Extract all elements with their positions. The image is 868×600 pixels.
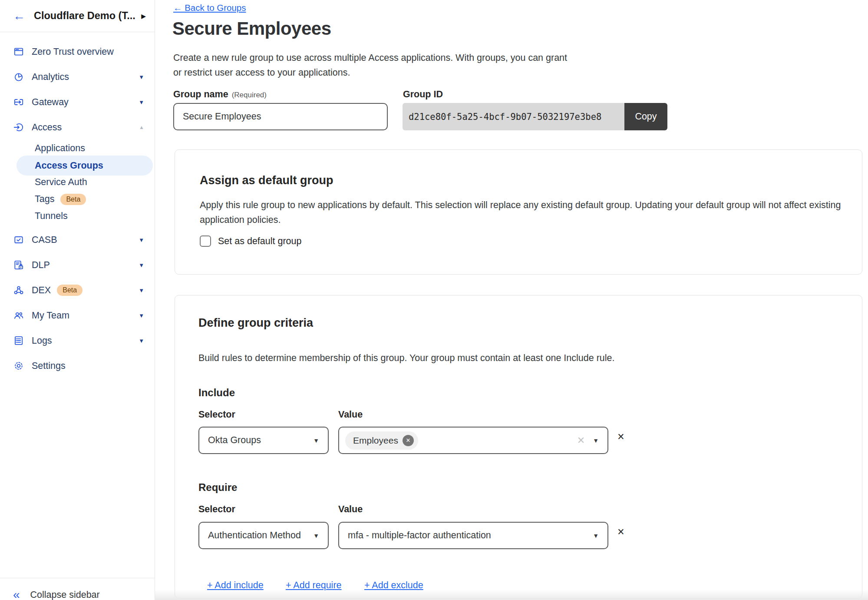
collapse-sidebar-button[interactable]: « Collapse sidebar <box>0 578 155 600</box>
analytics-icon <box>13 71 24 83</box>
back-to-groups-link[interactable]: ← Back to Groups <box>173 3 246 13</box>
gateway-icon <box>13 96 24 108</box>
sidebar-item-label: Access Groups <box>35 160 103 171</box>
settings-icon <box>13 360 24 371</box>
chevron-down-icon: ▼ <box>313 437 319 444</box>
chevron-down-icon: ▼ <box>313 532 319 539</box>
required-hint: (Required) <box>232 91 267 99</box>
chevron-down-icon[interactable]: ▼ <box>139 74 144 80</box>
chevron-down-icon[interactable]: ▼ <box>593 437 599 444</box>
sidebar-item-label: Logs <box>32 335 52 346</box>
require-value-label: Value <box>338 504 363 515</box>
page-description-line1: Create a new rule group to use across mu… <box>173 50 567 65</box>
sidebar-item-access-groups[interactable]: Access Groups <box>17 156 153 176</box>
sidebar-item-gateway[interactable]: Gateway ▼ <box>0 90 155 115</box>
group-name-label: Group name(Required) <box>173 89 267 100</box>
criteria-card-body: Build rules to determine membership of t… <box>198 351 615 365</box>
dlp-icon <box>13 259 24 271</box>
chip-remove-icon[interactable]: ✕ <box>403 435 414 446</box>
copy-button[interactable]: Copy <box>624 103 667 130</box>
chevron-down-icon[interactable]: ▼ <box>139 237 144 243</box>
require-selector-label: Selector <box>198 504 235 515</box>
sidebar-item-label: Applications <box>35 143 85 154</box>
sidebar-nav: Zero Trust overview Analytics ▼ Gateway … <box>0 32 155 378</box>
sidebar-item-my-team[interactable]: My Team ▼ <box>0 303 155 328</box>
zero-trust-dashboard: ← Cloudflare Demo (T... ▶ Zero Trust ove… <box>0 0 868 600</box>
chevron-down-icon[interactable]: ▼ <box>139 99 144 106</box>
sidebar-item-label: Zero Trust overview <box>32 46 114 57</box>
sidebar: ← Cloudflare Demo (T... ▶ Zero Trust ove… <box>0 0 155 600</box>
sidebar-item-dex[interactable]: DEX Beta ▼ <box>0 278 155 303</box>
chevron-down-icon: ▼ <box>593 532 599 539</box>
sidebar-item-casb[interactable]: CASB ▼ <box>0 227 155 252</box>
sidebar-item-settings[interactable]: Settings <box>0 353 155 378</box>
main-content: ← Back to Groups Secure Employees Create… <box>155 0 868 600</box>
default-group-checkbox-row: Set as default group <box>200 235 301 247</box>
sidebar-item-tags[interactable]: Tags Beta <box>0 191 155 208</box>
include-heading: Include <box>198 387 235 399</box>
add-include-link[interactable]: + Add include <box>207 580 264 591</box>
sidebar-item-access[interactable]: Access ▲ <box>0 115 155 140</box>
dex-icon <box>13 285 24 296</box>
casb-icon <box>13 234 24 245</box>
sidebar-item-service-auth[interactable]: Service Auth <box>0 174 155 191</box>
page-title: Secure Employees <box>172 18 331 39</box>
value-chip-employees: Employees ✕ <box>345 431 418 450</box>
page-description-line2: or restrict user access to your applicat… <box>173 65 567 80</box>
beta-badge: Beta <box>60 194 86 205</box>
require-heading: Require <box>198 481 237 494</box>
collapse-label: Collapse sidebar <box>30 590 100 600</box>
sidebar-item-label: Access <box>32 122 62 133</box>
chevron-down-icon[interactable]: ▼ <box>139 262 144 269</box>
sidebar-item-label: Tunnels <box>35 211 68 222</box>
sidebar-lower-group: CASB ▼ DLP ▼ DEX Beta ▼ <box>0 227 155 378</box>
account-name: Cloudflare Demo (T... <box>34 10 135 22</box>
group-id-value: d21ce80f-5a25-4bcf-9b07-5032197e3be8 <box>403 103 624 130</box>
sidebar-item-dlp[interactable]: DLP ▼ <box>0 252 155 278</box>
sidebar-item-applications[interactable]: Applications <box>0 140 155 157</box>
sidebar-item-label: My Team <box>32 310 69 321</box>
include-value-multiselect[interactable]: Employees ✕ ✕ ▼ <box>338 427 608 454</box>
page-description: Create a new rule group to use across mu… <box>173 50 567 80</box>
chevron-down-icon[interactable]: ▼ <box>139 312 144 319</box>
group-name-input[interactable] <box>173 103 388 130</box>
set-default-group-checkbox[interactable] <box>200 235 211 247</box>
sidebar-item-logs[interactable]: Logs ▼ <box>0 328 155 353</box>
team-icon <box>13 310 24 321</box>
default-group-card-body: Apply this rule group to new application… <box>200 198 841 227</box>
group-id-label: Group ID <box>403 89 443 100</box>
caret-right-icon[interactable]: ▶ <box>141 13 146 20</box>
sidebar-item-label: Settings <box>32 361 66 371</box>
include-selector-dropdown[interactable]: Okta Groups ▼ <box>198 427 329 454</box>
collapse-icon: « <box>13 589 20 600</box>
group-id-row: d21ce80f-5a25-4bcf-9b07-5032197e3be8 Cop… <box>403 103 667 130</box>
default-group-card-title: Assign as default group <box>200 174 333 187</box>
criteria-card-title: Define group criteria <box>198 316 313 330</box>
beta-badge: Beta <box>57 285 83 296</box>
sidebar-item-tunnels[interactable]: Tunnels <box>0 208 155 225</box>
require-selector-dropdown[interactable]: Authentication Method ▼ <box>198 522 329 549</box>
remove-require-rule-button[interactable]: × <box>614 526 627 538</box>
sidebar-item-analytics[interactable]: Analytics ▼ <box>0 64 155 90</box>
chevron-down-icon[interactable]: ▼ <box>139 338 144 344</box>
default-group-card: Assign as default group Apply this rule … <box>175 149 862 275</box>
add-exclude-link[interactable]: + Add exclude <box>364 580 423 591</box>
include-selector-label: Selector <box>198 409 235 420</box>
sidebar-item-label: Gateway <box>32 97 69 108</box>
include-value-label: Value <box>338 409 363 420</box>
add-require-link[interactable]: + Add require <box>286 580 342 591</box>
require-value-dropdown[interactable]: mfa - multiple-factor authentication ▼ <box>338 522 608 549</box>
sidebar-item-label: DEX <box>32 285 51 296</box>
back-arrow-icon[interactable]: ← <box>13 10 25 22</box>
sidebar-header: ← Cloudflare Demo (T... ▶ <box>0 0 155 32</box>
set-default-group-label: Set as default group <box>218 236 301 247</box>
chevron-down-icon[interactable]: ▼ <box>139 287 144 294</box>
clear-values-icon[interactable]: ✕ <box>577 435 585 446</box>
chevron-up-icon[interactable]: ▲ <box>139 124 144 130</box>
sidebar-item-label: Tags <box>35 194 54 205</box>
sidebar-item-label: Analytics <box>32 72 69 83</box>
sidebar-item-zero-trust-overview[interactable]: Zero Trust overview <box>0 39 155 64</box>
overview-icon <box>13 46 24 57</box>
criteria-card: Define group criteria Build rules to det… <box>175 295 862 599</box>
remove-include-rule-button[interactable]: × <box>614 431 627 443</box>
